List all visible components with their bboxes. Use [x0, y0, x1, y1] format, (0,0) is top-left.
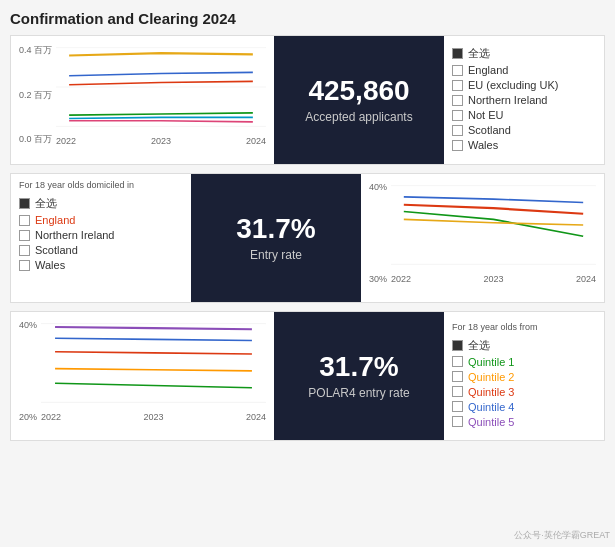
page-title: Confirmation and Clearing 2024: [10, 10, 605, 27]
card1-legend: 全选 England EU (excluding UK) Northern Ir…: [444, 36, 604, 164]
card1-stat-label: Accepted applicants: [305, 110, 412, 124]
card1-y-label-mid: 0.2 百万: [19, 89, 52, 102]
card1-legend-noteu-label: Not EU: [468, 109, 503, 121]
card2-legend-scotland-label: Scotland: [35, 244, 78, 256]
card1-svg-chart: [56, 42, 266, 132]
card3-stat-number: 31.7%: [319, 352, 398, 383]
card3-legend-q2-label: Quintile 2: [468, 371, 514, 383]
card2-legend-all-label: 全选: [35, 196, 57, 211]
card2-legend-ni[interactable]: Northern Ireland: [19, 229, 183, 241]
card3-legend-q2[interactable]: Quintile 2: [452, 371, 596, 383]
card3-checkbox-q2[interactable]: [452, 371, 463, 382]
card1-x-labels: 2022 2023 2024: [56, 136, 266, 146]
card3-legend-q5[interactable]: Quintile 5: [452, 416, 596, 428]
card3-x-labels: 2022 2023 2024: [41, 412, 266, 422]
card1-legend-wales-label: Wales: [468, 139, 498, 151]
card2-y-top: 40%: [369, 182, 387, 192]
card-accepted-applicants: 0.4 百万 0.2 百万 0.0 百万: [10, 35, 605, 165]
card2-x-labels: 2022 2023 2024: [391, 274, 596, 284]
card3-legend-q1-label: Quintile 1: [468, 356, 514, 368]
card3-checkbox-q3[interactable]: [452, 386, 463, 397]
card1-legend-ni[interactable]: Northern Ireland: [452, 94, 596, 106]
card3-checkbox-q5[interactable]: [452, 416, 463, 427]
card3-left-chart: 40% 20% 2: [11, 312, 274, 440]
card3-legend-all-label: 全选: [468, 338, 490, 353]
card1-legend-all-label: 全选: [468, 46, 490, 61]
card3-legend-q5-label: Quintile 5: [468, 416, 514, 428]
card1-checkbox-wales[interactable]: [452, 140, 463, 151]
card1-y-label-bot: 0.0 百万: [19, 133, 52, 146]
card2-svg-chart: [391, 180, 596, 270]
card1-legend-eu[interactable]: EU (excluding UK): [452, 79, 596, 91]
card2-legend-england-label: England: [35, 214, 75, 226]
card2-checkbox-all[interactable]: [19, 198, 30, 209]
card1-legend-scotland-label: Scotland: [468, 124, 511, 136]
card3-header: For 18 year olds from: [452, 322, 596, 332]
card2-legend-england[interactable]: England: [19, 214, 183, 226]
card2-header: For 18 year olds domiciled in: [19, 180, 183, 190]
card3-legend: For 18 year olds from 全选 Quintile 1 Quin…: [444, 312, 604, 440]
card2-legend-ni-label: Northern Ireland: [35, 229, 115, 241]
card3-legend-q1[interactable]: Quintile 1: [452, 356, 596, 368]
card1-checkbox-eu[interactable]: [452, 80, 463, 91]
card-polar4: 40% 20% 2: [10, 311, 605, 441]
card2-stat: 31.7% Entry rate: [191, 174, 361, 302]
card3-checkbox-q1[interactable]: [452, 356, 463, 367]
card1-legend-england-label: England: [468, 64, 508, 76]
card3-legend-all[interactable]: 全选: [452, 338, 596, 353]
card1-checkbox-scotland[interactable]: [452, 125, 463, 136]
card1-checkbox-england[interactable]: [452, 65, 463, 76]
card1-checkbox-noteu[interactable]: [452, 110, 463, 121]
card3-legend-q4[interactable]: Quintile 4: [452, 401, 596, 413]
card1-legend-england[interactable]: England: [452, 64, 596, 76]
card3-checkbox-all[interactable]: [452, 340, 463, 351]
card1-y-label-top: 0.4 百万: [19, 44, 52, 57]
card-entry-rate: For 18 year olds domiciled in 全选 England…: [10, 173, 605, 303]
card2-legend-wales-label: Wales: [35, 259, 65, 271]
card2-right-chart: 40% 30% 2022 2023: [361, 174, 604, 302]
card2-checkbox-england[interactable]: [19, 215, 30, 226]
card3-y-bot: 20%: [19, 412, 37, 422]
card3-checkbox-q4[interactable]: [452, 401, 463, 412]
card2-y-bot: 30%: [369, 274, 387, 284]
card3-legend-q3-label: Quintile 3: [468, 386, 514, 398]
card2-legend-all[interactable]: 全选: [19, 196, 183, 211]
card3-stat: 31.7% POLAR4 entry rate: [274, 312, 444, 440]
card1-checkbox-ni[interactable]: [452, 95, 463, 106]
card1-legend-ni-label: Northern Ireland: [468, 94, 548, 106]
card1-stat: 425,860 Accepted applicants: [274, 36, 444, 164]
card2-stat-number: 31.7%: [236, 214, 315, 245]
card3-y-top: 40%: [19, 320, 37, 330]
card2-checkbox-wales[interactable]: [19, 260, 30, 271]
card2-stat-label: Entry rate: [250, 248, 302, 262]
card1-legend-eu-label: EU (excluding UK): [468, 79, 558, 91]
card1-stat-number: 425,860: [308, 76, 409, 107]
card1-legend-wales[interactable]: Wales: [452, 139, 596, 151]
card3-stat-label: POLAR4 entry rate: [308, 386, 409, 400]
card3-legend-q3[interactable]: Quintile 3: [452, 386, 596, 398]
card3-svg-chart: [41, 318, 266, 408]
card3-legend-q4-label: Quintile 4: [468, 401, 514, 413]
card1-legend-all[interactable]: 全选: [452, 46, 596, 61]
card2-left-legend: For 18 year olds domiciled in 全选 England…: [11, 174, 191, 302]
card2-legend-wales[interactable]: Wales: [19, 259, 183, 271]
card1-legend-scotland[interactable]: Scotland: [452, 124, 596, 136]
card1-checkbox-all[interactable]: [452, 48, 463, 59]
card2-legend-scotland[interactable]: Scotland: [19, 244, 183, 256]
card1-chart-area: 0.4 百万 0.2 百万 0.0 百万: [11, 36, 274, 164]
card1-legend-noteu[interactable]: Not EU: [452, 109, 596, 121]
card2-checkbox-scotland[interactable]: [19, 245, 30, 256]
card2-checkbox-ni[interactable]: [19, 230, 30, 241]
